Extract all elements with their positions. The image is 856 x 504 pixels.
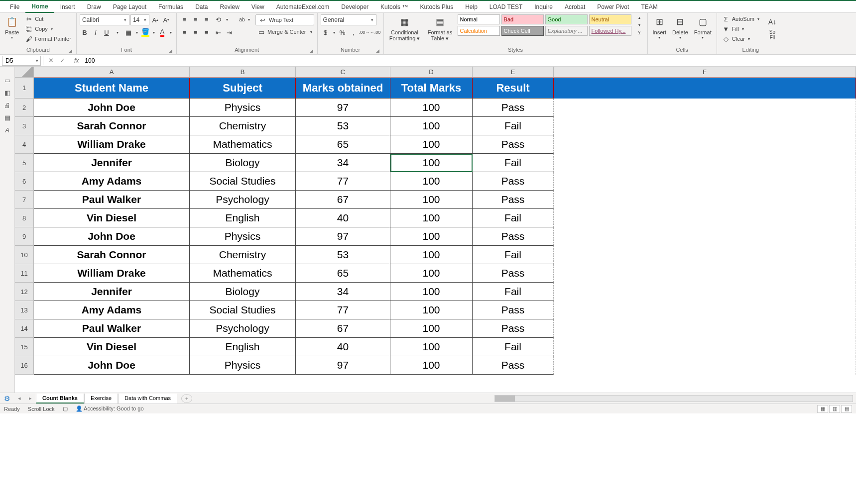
data-cell[interactable]: Fail — [473, 117, 554, 135]
font-size-combo[interactable]: 14▾ — [130, 14, 149, 25]
ribbon-tab-draw[interactable]: Draw — [81, 1, 107, 12]
align-bottom-button[interactable]: ≡ — [202, 14, 212, 24]
data-cell[interactable]: Fail — [473, 283, 554, 301]
col-header-C[interactable]: C — [296, 67, 390, 78]
data-cell[interactable]: Physics — [190, 227, 296, 246]
data-cell[interactable]: 100 — [390, 301, 473, 319]
row-header-11[interactable]: 11 — [15, 264, 34, 283]
merge-center-button[interactable]: ▭Merge & Center▾ — [255, 27, 314, 36]
sheet-nav-next[interactable]: ▸ — [25, 395, 36, 402]
sheet-tab-exercise[interactable]: Exercise — [84, 394, 118, 403]
cell-style-followed-hy-[interactable]: Followed Hy... — [589, 26, 631, 36]
ribbon-tab-file[interactable]: File — [4, 1, 25, 12]
align-left-button[interactable]: ≡ — [180, 27, 190, 37]
formula-input[interactable] — [83, 56, 856, 66]
decrease-decimal-button[interactable]: ←.00 — [370, 27, 380, 37]
clipboard-launcher[interactable]: ◢ — [69, 48, 72, 53]
format-as-table-button[interactable]: ▤ Format asTable ▾ — [425, 14, 456, 42]
underline-button[interactable]: U — [102, 27, 112, 37]
sheet-tab-count-blanks[interactable]: Count Blanks — [36, 394, 84, 403]
select-all-corner[interactable] — [15, 67, 34, 78]
data-cell[interactable]: 100 — [390, 356, 473, 375]
data-cell[interactable]: Physics — [190, 356, 296, 375]
data-cell[interactable]: Amy Adams — [34, 172, 190, 191]
data-cell[interactable]: 100 — [390, 319, 473, 338]
data-cell[interactable]: 100 — [390, 172, 473, 191]
row-header-7[interactable]: 7 — [15, 191, 34, 209]
number-launcher[interactable]: ◢ — [376, 48, 379, 53]
data-cell[interactable]: 34 — [296, 154, 390, 172]
data-cell[interactable]: Pass — [473, 135, 554, 154]
styles-down-button[interactable]: ▾ — [634, 22, 644, 28]
cell-style-calculation[interactable]: Calculation — [458, 26, 500, 36]
fx-button[interactable]: fx — [70, 57, 83, 64]
data-cell[interactable]: John Doe — [34, 356, 190, 375]
ribbon-tab-developer[interactable]: Developer — [335, 1, 374, 12]
row-header-10[interactable]: 10 — [15, 246, 34, 264]
add-sheet-button[interactable]: + — [181, 394, 192, 403]
cell-style-bad[interactable]: Bad — [501, 14, 544, 24]
data-cell[interactable]: Fail — [473, 246, 554, 264]
data-cell[interactable]: Psychology — [190, 191, 296, 209]
header-cell[interactable]: Total Marks — [390, 78, 473, 99]
col-header-B[interactable]: B — [190, 67, 296, 78]
data-cell[interactable]: William Drake — [34, 264, 190, 283]
col-header-A[interactable]: A — [34, 67, 190, 78]
header-cell[interactable]: Subject — [190, 78, 296, 99]
ribbon-tab-formulas[interactable]: Formulas — [152, 1, 189, 12]
data-cell[interactable]: Pass — [473, 301, 554, 319]
cell-styles-gallery[interactable]: NormalBadGoodNeutralCalculationCheck Cel… — [458, 14, 631, 36]
data-cell[interactable]: Pass — [473, 99, 554, 117]
format-painter-button[interactable]: 🖌Format Painter — [23, 34, 73, 43]
settings-gear-icon[interactable]: ⚙ — [0, 395, 14, 403]
data-cell[interactable]: Mathematics — [190, 264, 296, 283]
paste-button[interactable]: 📋 Paste ▾ — [3, 14, 21, 41]
data-cell[interactable]: John Doe — [34, 99, 190, 117]
normal-view-button[interactable]: ▦ — [817, 405, 828, 413]
data-cell[interactable]: 100 — [390, 191, 473, 209]
row-header-3[interactable]: 3 — [15, 117, 34, 135]
row-header-14[interactable]: 14 — [15, 319, 34, 338]
ribbon-tab-page-layout[interactable]: Page Layout — [107, 1, 152, 12]
number-format-combo[interactable]: General▾ — [321, 14, 376, 25]
percent-button[interactable]: % — [338, 27, 348, 37]
row-header-2[interactable]: 2 — [15, 99, 34, 117]
worksheet[interactable]: A B C D E F 1Student NameSubjectMarks ob… — [15, 67, 856, 393]
data-cell[interactable]: 97 — [296, 356, 390, 375]
data-cell[interactable]: English — [190, 209, 296, 227]
ribbon-tab-power-pivot[interactable]: Power Pivot — [591, 1, 635, 12]
data-cell[interactable]: Fail — [473, 338, 554, 356]
sheet-tab-data-with-commas[interactable]: Data with Commas — [118, 394, 177, 403]
accessibility-status[interactable]: 👤 Accessibility: Good to go — [76, 405, 144, 412]
autosum-button[interactable]: ΣAutoSum▾ — [720, 14, 761, 23]
row-header-4[interactable]: 4 — [15, 135, 34, 154]
ribbon-tab-insert[interactable]: Insert — [54, 1, 81, 12]
ribbon-tab-kutools-[interactable]: Kutools ™ — [374, 1, 414, 12]
gutter-icon-2[interactable]: ◧ — [4, 89, 10, 97]
data-cell[interactable]: 100 — [390, 246, 473, 264]
gutter-icon-1[interactable]: ▭ — [4, 77, 10, 84]
enter-formula-button[interactable]: ✓ — [60, 57, 65, 64]
data-cell[interactable]: Chemistry — [190, 246, 296, 264]
cell-style-good[interactable]: Good — [545, 14, 588, 24]
data-cell[interactable]: 34 — [296, 283, 390, 301]
data-cell[interactable]: Social Studies — [190, 301, 296, 319]
row-header-9[interactable]: 9 — [15, 227, 34, 246]
align-right-button[interactable]: ≡ — [202, 27, 212, 37]
data-cell[interactable]: Jennifer — [34, 154, 190, 172]
data-cell[interactable]: 77 — [296, 301, 390, 319]
row-header-6[interactable]: 6 — [15, 172, 34, 191]
gutter-icon-4[interactable]: ▤ — [4, 114, 10, 121]
data-cell[interactable]: 100 — [390, 283, 473, 301]
data-cell[interactable]: Mathematics — [190, 135, 296, 154]
data-cell[interactable]: Fail — [473, 154, 554, 172]
row-header-5[interactable]: 5 — [15, 154, 34, 172]
data-cell[interactable]: 100 — [390, 209, 473, 227]
fill-button[interactable]: ▼Fill▾ — [720, 24, 761, 33]
row-header-16[interactable]: 16 — [15, 356, 34, 375]
data-cell[interactable]: 100 — [390, 99, 473, 117]
col-header-E[interactable]: E — [473, 67, 554, 78]
data-cell[interactable]: 100 — [390, 338, 473, 356]
page-layout-view-button[interactable]: ▥ — [829, 405, 840, 413]
data-cell[interactable]: Psychology — [190, 319, 296, 338]
